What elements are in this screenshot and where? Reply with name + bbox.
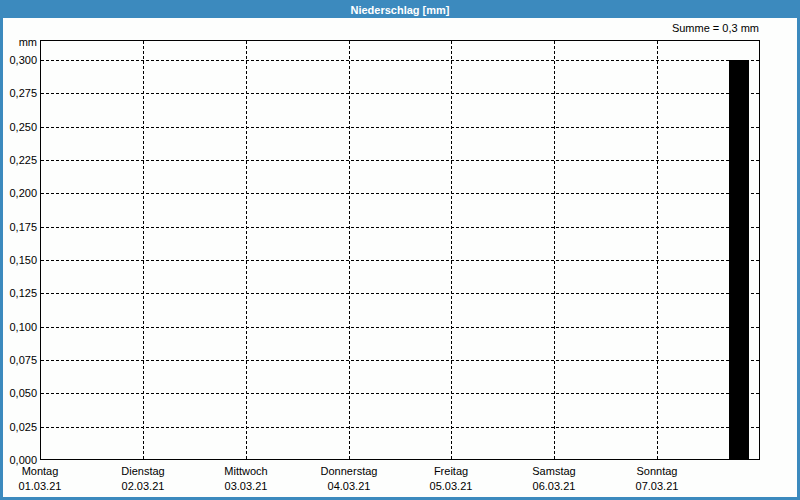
horizontal-gridline xyxy=(41,327,759,328)
y-tick-label: 0,100 xyxy=(3,320,37,334)
y-tick-label: 0,275 xyxy=(3,86,37,100)
x-date-label: 07.03.21 xyxy=(602,480,712,493)
vertical-gridline xyxy=(246,41,247,459)
vertical-gridline xyxy=(657,41,658,459)
horizontal-gridline xyxy=(41,60,759,61)
x-day-label: Sonntag xyxy=(602,465,712,478)
vertical-gridline xyxy=(451,41,452,459)
vertical-gridline xyxy=(349,41,350,459)
horizontal-gridline xyxy=(41,93,759,94)
y-axis-unit-label: mm xyxy=(3,35,37,49)
horizontal-gridline xyxy=(41,360,759,361)
x-day-label: Donnerstag xyxy=(294,465,404,478)
horizontal-gridline xyxy=(41,260,759,261)
x-day-label: Samstag xyxy=(499,465,609,478)
horizontal-gridline xyxy=(41,393,759,394)
y-tick-label: 0,075 xyxy=(3,353,37,367)
vertical-gridline xyxy=(554,41,555,459)
sum-label: Summe = 0,3 mm xyxy=(672,21,759,35)
x-date-label: 02.03.21 xyxy=(88,480,198,493)
x-date-label: 06.03.21 xyxy=(499,480,609,493)
window-title: Niederschlag [mm] xyxy=(350,3,449,18)
horizontal-gridline xyxy=(41,193,759,194)
horizontal-gridline xyxy=(41,427,759,428)
y-tick-label: 0,050 xyxy=(3,386,37,400)
y-tick-label: 0,250 xyxy=(3,120,37,134)
y-tick-label: 0,175 xyxy=(3,220,37,234)
y-tick-label: 0,125 xyxy=(3,286,37,300)
horizontal-gridline xyxy=(41,293,759,294)
x-date-label: 05.03.21 xyxy=(396,480,506,493)
y-tick-label: 0,025 xyxy=(3,420,37,434)
x-date-label: 01.03.21 xyxy=(0,480,95,493)
x-day-label: Mittwoch xyxy=(191,465,301,478)
horizontal-gridline xyxy=(41,227,759,228)
x-date-label: 03.03.21 xyxy=(191,480,301,493)
y-tick-label: 0,200 xyxy=(3,186,37,200)
x-day-label: Freitag xyxy=(396,465,506,478)
x-day-label: Montag xyxy=(0,465,95,478)
y-tick-label: 0,225 xyxy=(3,153,37,167)
x-date-label: 04.03.21 xyxy=(294,480,404,493)
window-titlebar: Niederschlag [mm] xyxy=(3,3,797,18)
horizontal-gridline xyxy=(41,160,759,161)
chart-window: Niederschlag [mm] Summe = 0,3 mm mm 0,30… xyxy=(0,0,800,500)
precipitation-bar xyxy=(729,60,749,459)
y-tick-label: 0,150 xyxy=(3,253,37,267)
x-day-label: Dienstag xyxy=(88,465,198,478)
y-tick-label: 0,300 xyxy=(3,53,37,67)
horizontal-gridline xyxy=(41,127,759,128)
vertical-gridline xyxy=(143,41,144,459)
plot-area xyxy=(40,40,760,460)
